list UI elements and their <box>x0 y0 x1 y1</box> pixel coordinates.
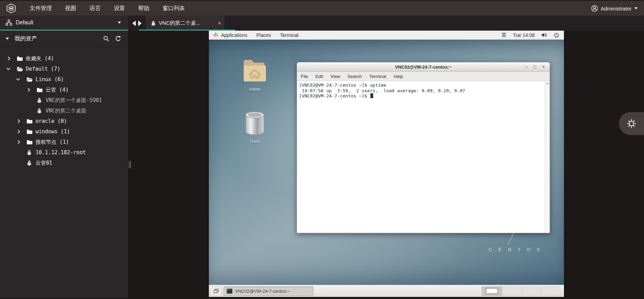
folder-open-icon <box>17 66 26 72</box>
tree-item-cloud-mgmt-01[interactable]: 云管01 <box>0 158 128 168</box>
places-menu[interactable]: Places <box>257 32 271 38</box>
tab-scroll-nav <box>128 16 146 31</box>
workspace-switcher <box>481 286 560 296</box>
chevron-right-icon[interactable] <box>26 87 37 93</box>
desktop-icon-label: Trash <box>250 139 260 144</box>
asset-tree: 收藏夹 (4) Default (7) Linux (6) <box>0 47 128 168</box>
workspace-4[interactable] <box>542 286 560 296</box>
chevron-right-icon[interactable] <box>6 56 17 61</box>
tree-item-default[interactable]: Default (7) <box>0 64 128 74</box>
refresh-icon[interactable] <box>114 35 122 42</box>
terminal-menu-file[interactable]: File <box>301 74 308 79</box>
tree-item-label: Default (7) <box>26 66 60 72</box>
tree-item-label: 云管 (4) <box>46 87 69 93</box>
terminal-line: [VNC02@VM-24-7-centos ~]$ <box>299 93 370 99</box>
folder-icon <box>26 139 36 145</box>
close-button[interactable]: × <box>542 62 545 71</box>
tree-item-vnc-desktop-2[interactable]: VNC的第二个桌面 <box>0 105 128 116</box>
tab-scroll-right-icon[interactable] <box>138 21 142 26</box>
tree-item-windows[interactable]: windows (1) <box>0 126 128 137</box>
search-icon[interactable] <box>102 35 110 42</box>
asset-sidebar: Default 我的资产 <box>0 16 128 298</box>
volume-icon[interactable] <box>541 32 547 38</box>
tree-item-auth-node[interactable]: 授权节点 (1) <box>0 137 128 147</box>
tree-item-label: VNC的第一个桌面-5901 <box>46 97 102 104</box>
menu-view[interactable]: 视图 <box>65 5 76 12</box>
terminal-app-icon <box>227 289 233 294</box>
tree-item-oracle[interactable]: oracle (0) <box>0 116 128 126</box>
terminal-line: [VNC02@VM-24-7-centos ~]$ uptime <box>299 82 386 88</box>
chevron-spacer <box>16 150 26 155</box>
menu-language[interactable]: 语言 <box>89 5 101 12</box>
vnc-desktop-viewport[interactable]: Applications Places Terminal 英 Tue 14:08 <box>209 31 564 298</box>
chevron-down-icon[interactable] <box>16 77 26 82</box>
session-settings-button[interactable] <box>619 112 644 135</box>
terminal-titlebar[interactable]: VNC02@VM-24-7-centos:~ – □ × <box>297 62 550 72</box>
terminal-menu-view[interactable]: View <box>330 74 340 79</box>
chevron-right-icon[interactable] <box>16 139 26 145</box>
workspace-active-thumb <box>486 288 498 294</box>
tab-vnc-desktop-2[interactable]: VNC的第二个桌... × <box>146 16 225 31</box>
tree-item-cloud-mgmt-folder[interactable]: 云管 (4) <box>0 85 128 95</box>
chevron-spacer <box>26 108 37 113</box>
tab-scroll-left-icon[interactable] <box>132 21 136 26</box>
terminal-menu-search[interactable]: Search <box>347 74 362 79</box>
menu-window-list[interactable]: 窗口列表 <box>163 5 185 12</box>
tab-label: VNC的第二个桌... <box>159 20 200 26</box>
desktop-icon-trash[interactable]: Trash <box>242 111 268 144</box>
collapse-caret-icon[interactable] <box>6 38 9 40</box>
app-logo-icon[interactable] <box>6 3 16 14</box>
terminal-menu-help[interactable]: Help <box>394 74 403 79</box>
user-menu[interactable]: Administrator <box>591 5 644 12</box>
folder-icon <box>26 128 36 135</box>
desktop-icon-home[interactable]: Home <box>238 56 272 92</box>
workspace-2[interactable] <box>503 286 521 296</box>
linux-penguin-icon <box>26 160 36 166</box>
gnome-taskbar: VNC02@VM-24-7-centos:~ <box>209 285 564 298</box>
applications-menu[interactable]: Applications <box>213 32 248 38</box>
chevron-right-icon[interactable] <box>16 129 26 134</box>
tree-item-favorites[interactable]: 收藏夹 (4) <box>0 53 128 64</box>
taskbar-task-terminal[interactable]: VNC02@VM-24-7-centos:~ <box>223 286 313 296</box>
sidebar-splitter-handle[interactable] <box>129 161 131 168</box>
menu-settings[interactable]: 设置 <box>114 5 125 12</box>
top-menubar: 文件管理 视图 语言 设置 帮助 窗口列表 Administrator <box>0 0 644 16</box>
desktop-wallpaper[interactable]: Home <box>209 40 564 285</box>
chevron-down-icon[interactable] <box>6 66 17 72</box>
applications-label: Applications <box>221 32 248 38</box>
task-label: VNC02@VM-24-7-centos:~ <box>235 289 290 294</box>
terminal-screen[interactable]: [VNC02@VM-24-7-centos ~]$ uptime 14:07:5… <box>297 81 545 233</box>
tree-item-label: 云管01 <box>36 160 52 166</box>
tree-item-label: 收藏夹 (4) <box>26 55 54 62</box>
workspace-1[interactable] <box>482 286 502 296</box>
app-window: 文件管理 视图 语言 设置 帮助 窗口列表 Administrator <box>0 0 644 299</box>
tab-close-icon[interactable]: × <box>218 21 221 26</box>
tree-item-10-1-12-182-root[interactable]: 10.1.12.182-root <box>0 147 128 158</box>
clock[interactable]: Tue 14:08 <box>513 32 535 38</box>
tree-item-linux[interactable]: Linux (6) <box>0 74 128 85</box>
chevron-down-icon <box>118 22 121 24</box>
maximize-button[interactable]: □ <box>534 62 536 71</box>
chevron-right-icon[interactable] <box>16 118 26 124</box>
terminal-menu[interactable]: Terminal <box>280 32 299 38</box>
terminal-menu-terminal[interactable]: Terminal <box>369 74 386 79</box>
centos-watermark: C E N T O S <box>488 247 542 252</box>
input-method-indicator[interactable]: 英 <box>501 32 506 38</box>
show-desktop-button[interactable] <box>210 286 222 296</box>
desktop-icon-label: Home <box>249 87 260 92</box>
workspace-3[interactable] <box>522 286 541 296</box>
linux-penguin-icon <box>26 149 36 156</box>
tree-item-vnc-desktop-1[interactable]: VNC的第一个桌面-5901 <box>0 95 128 105</box>
menu-file-management[interactable]: 文件管理 <box>30 5 52 12</box>
gnome-top-panel: Applications Places Terminal 英 Tue 14:08 <box>209 31 564 40</box>
power-icon[interactable] <box>554 32 559 38</box>
terminal-menu-edit[interactable]: Edit <box>315 74 323 79</box>
menu-help[interactable]: 帮助 <box>138 5 149 12</box>
assets-title: 我的资产 <box>15 35 37 42</box>
terminal-scrollbar[interactable] <box>545 81 550 233</box>
folder-icon <box>37 87 46 93</box>
linux-penguin-icon <box>37 97 46 103</box>
profile-selector[interactable]: Default <box>0 16 128 31</box>
tree-item-label: VNC的第二个桌面 <box>46 108 86 114</box>
minimize-button[interactable]: – <box>525 62 527 71</box>
